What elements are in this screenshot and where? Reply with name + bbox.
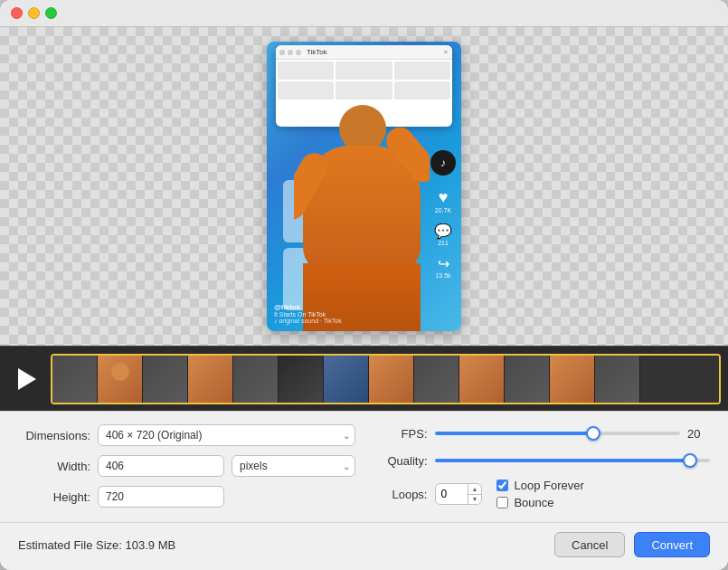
filmstrip-frame [595, 356, 640, 403]
dimensions-select[interactable]: 406 × 720 (Original) 203 × 360 (50%) 102… [98, 424, 355, 446]
quality-label: Quality: [373, 454, 428, 468]
fps-value: 20 [687, 427, 710, 441]
bottom-bar: Estimated File Size: 103.9 MB Cancel Con… [0, 522, 728, 570]
height-input[interactable] [98, 486, 224, 508]
bounce-row: Bounce [496, 496, 583, 509]
left-controls: Dimensions: 406 × 720 (Original) 203 × 3… [18, 424, 355, 509]
loop-forever-checkbox[interactable] [496, 480, 508, 491]
play-icon [18, 368, 36, 390]
quality-slider-wrapper [435, 451, 711, 470]
filmstrip-frame [52, 356, 98, 403]
traffic-lights [11, 7, 57, 19]
pixels-select-wrapper: pixels percent ⌄ [232, 455, 355, 477]
loop-forever-label: Loop Forever [514, 479, 583, 492]
loops-input[interactable] [436, 484, 468, 504]
tiktok-logo-icon: ♪ [430, 150, 456, 176]
width-input[interactable] [98, 455, 224, 477]
loops-decrement-button[interactable]: ▼ [468, 495, 482, 505]
comment-icon: 💬 211 [434, 223, 452, 246]
dimensions-label: Dimensions: [18, 429, 90, 442]
filmstrip-frame [414, 356, 459, 403]
filmstrip-frame [459, 356, 505, 403]
filmstrip-frame [143, 356, 188, 403]
loops-increment-button[interactable]: ▲ [468, 484, 482, 495]
preview-area: TikTok ✕ [0, 27, 728, 346]
loop-forever-row: Loop Forever [496, 479, 583, 492]
tiktok-titlebar: TikTok ✕ [276, 45, 452, 60]
filmstrip-frame [369, 356, 414, 403]
fps-slider-wrapper [435, 424, 681, 442]
dimensions-select-wrapper: 406 × 720 (Original) 203 × 360 (50%) 102… [98, 424, 355, 446]
bounce-label: Bounce [514, 496, 553, 509]
width-row: Width: pixels percent ⌄ [18, 455, 355, 477]
loops-row: Loops: ▲ ▼ Loop Forever [373, 479, 711, 509]
tiktok-bottom-text: @tiktok It Starts On TikTok ♪ original s… [274, 303, 429, 324]
bounce-checkbox[interactable] [496, 497, 508, 508]
filmstrip-frame [233, 356, 279, 403]
close-button[interactable] [11, 7, 23, 19]
main-window: TikTok ✕ [0, 0, 728, 570]
video-preview: TikTok ✕ [267, 42, 461, 331]
dimensions-row: Dimensions: 406 × 720 (Original) 203 × 3… [18, 424, 355, 446]
width-label: Width: [18, 460, 90, 473]
file-size-label: Estimated File Size: 103.9 MB [18, 538, 175, 552]
fps-slider[interactable] [435, 432, 681, 435]
maximize-button[interactable] [45, 7, 57, 19]
like-icon: ♥ 20.7K [435, 188, 451, 214]
filmstrip-frames [52, 356, 719, 403]
filmstrip-frame [324, 356, 369, 403]
filmstrip-frame [188, 356, 233, 403]
checkbox-group: Loop Forever Bounce [496, 479, 583, 509]
controls-row: Dimensions: 406 × 720 (Original) 203 × 3… [18, 424, 710, 509]
pixels-select[interactable]: pixels percent [232, 455, 355, 477]
filmstrip-frame [550, 356, 595, 403]
height-row: Height: [18, 486, 355, 508]
title-bar [0, 0, 728, 27]
tiktok-icons: ♪ ♥ 20.7K 💬 211 ↪ 13.5k [430, 150, 456, 279]
fps-label: FPS: [373, 427, 428, 441]
convert-button[interactable]: Convert [634, 532, 710, 557]
play-button[interactable] [7, 361, 43, 397]
loops-label: Loops: [373, 488, 428, 501]
right-controls: FPS: 20 Quality: Loops: [373, 424, 711, 509]
filmstrip-frame [98, 356, 143, 403]
quality-row: Quality: [373, 451, 711, 470]
filmstrip-frame [279, 356, 324, 403]
cancel-button[interactable]: Cancel [554, 532, 625, 557]
share-icon: ↪ 13.5k [435, 255, 450, 279]
controls-area: Dimensions: 406 × 720 (Original) 203 × 3… [0, 411, 728, 522]
person-figure [294, 105, 430, 331]
filmstrip-frame [505, 356, 550, 403]
timeline-strip [0, 346, 728, 411]
loops-spinner: ▲ ▼ [468, 484, 482, 504]
tiktok-window-title: TikTok [307, 48, 327, 56]
filmstrip[interactable] [51, 354, 721, 404]
button-group: Cancel Convert [554, 532, 710, 557]
tiktok-grid [276, 60, 452, 101]
height-label: Height: [18, 490, 90, 504]
minimize-button[interactable] [28, 7, 40, 19]
quality-slider[interactable] [435, 459, 711, 462]
fps-row: FPS: 20 [373, 424, 711, 442]
loops-field: ▲ ▼ [435, 483, 483, 505]
